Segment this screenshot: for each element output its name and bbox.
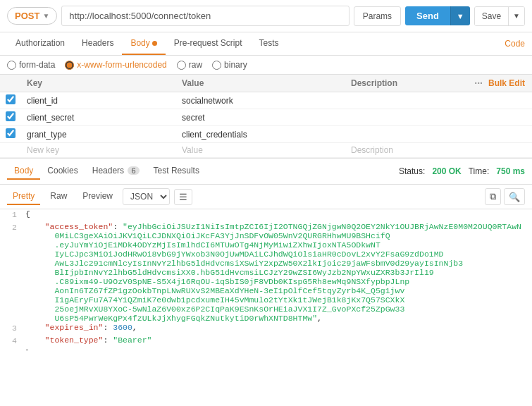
header-key: Key	[21, 78, 176, 88]
method-label: POST	[15, 11, 39, 21]
tab-headers[interactable]: Headers	[73, 32, 122, 55]
table-header: Key Value Description ··· Bulk Edit	[0, 75, 532, 92]
option-raw[interactable]: raw	[177, 60, 202, 70]
save-button[interactable]: Save	[475, 7, 508, 25]
send-dropdown-button[interactable]: ▼	[450, 6, 470, 25]
status-label: Status:	[399, 166, 425, 176]
lines-icon-button[interactable]: ☰	[174, 189, 192, 205]
method-button[interactable]: POST ▼	[7, 7, 57, 25]
search-icon-button[interactable]: 🔍	[504, 188, 525, 205]
response-tabs: Body Cookies Headers 6 Test Results Stat…	[0, 159, 532, 185]
json-line: 2 "access_token": "eyJhbGciOiJSUzI1NiIsI…	[0, 222, 532, 323]
tab-authorization[interactable]: Authorization	[7, 32, 73, 55]
tab-tests[interactable]: Tests	[250, 32, 287, 55]
new-desc-input[interactable]: Description	[345, 145, 532, 155]
line-content: "token_type": "Bearer"	[23, 336, 532, 345]
btab-test-results[interactable]: Test Results	[147, 163, 206, 180]
method-arrow-icon: ▼	[42, 12, 49, 20]
line-content: "access_token": "eyJhbGciOiJSUzI1NiIsImt…	[23, 222, 532, 323]
table-row: grant_type client_credentials	[0, 126, 532, 143]
line-number: 1	[0, 209, 23, 219]
request-tabs: Authorization Headers Body Pre-request S…	[0, 32, 532, 56]
tab-body[interactable]: Body	[122, 32, 165, 55]
send-group: Send ▼	[405, 6, 470, 25]
line-number: 4	[0, 336, 23, 345]
code-link[interactable]: Code	[505, 39, 525, 49]
page-wrapper: POST ▼ Params Send ▼ Save ▼ Authorizatio…	[0, 0, 532, 350]
row3-check[interactable]	[0, 128, 21, 140]
table-row: client_secret secret	[0, 109, 532, 126]
status-value: 200 OK	[432, 166, 461, 176]
line-content: "expires_in": 3600,	[23, 323, 532, 332]
rtab-preview[interactable]: Preview	[77, 188, 118, 205]
json-line: 1 {	[0, 209, 532, 222]
line-number: 2	[0, 222, 23, 232]
row1-value[interactable]: socialnetwork	[176, 96, 345, 106]
btab-cookies[interactable]: Cookies	[40, 163, 85, 180]
save-group: Save ▼	[474, 6, 525, 26]
btab-headers[interactable]: Headers 6	[85, 163, 147, 180]
new-param-row: New key Value Description	[0, 143, 532, 158]
new-value-input[interactable]: Value	[176, 145, 345, 155]
params-table: Key Value Description ··· Bulk Edit clie…	[0, 75, 532, 159]
table-row: client_id socialnetwork	[0, 92, 532, 109]
send-button[interactable]: Send	[405, 6, 450, 25]
line-content: }	[23, 348, 532, 350]
line-number: 3	[0, 323, 23, 333]
time-value: 750 ms	[496, 166, 525, 176]
json-line: 5 }	[0, 348, 532, 350]
url-input[interactable]	[61, 6, 349, 26]
row3-value[interactable]: client_credentials	[176, 130, 345, 140]
params-button[interactable]: Params	[354, 6, 401, 26]
rtab-pretty[interactable]: Pretty	[7, 188, 40, 205]
json-line: 3 "expires_in": 3600,	[0, 323, 532, 336]
json-line: 4 "token_type": "Bearer"	[0, 336, 532, 348]
rtab-raw[interactable]: Raw	[44, 188, 73, 205]
option-binary[interactable]: binary	[212, 60, 247, 70]
line-content: {	[23, 209, 532, 219]
response-toolbar: Pretty Raw Preview JSON XML HTML Text ☰ …	[0, 185, 532, 209]
new-key-input[interactable]: New key	[21, 145, 176, 155]
more-options-icon[interactable]: ···	[474, 78, 483, 89]
headers-count-badge: 6	[128, 166, 139, 175]
row2-check[interactable]	[0, 111, 21, 123]
tab-prerequest[interactable]: Pre-request Script	[166, 32, 251, 55]
response-action-icons: ⧉ 🔍	[485, 188, 525, 205]
format-select[interactable]: JSON XML HTML Text	[123, 188, 170, 205]
header-desc: Description	[345, 78, 474, 88]
time-label: Time:	[469, 166, 490, 176]
header-value: Value	[176, 78, 345, 88]
row3-key[interactable]: grant_type	[21, 130, 176, 140]
header-actions: ··· Bulk Edit	[474, 78, 532, 89]
btab-body[interactable]: Body	[7, 163, 40, 180]
json-response-area: 1 { 2 "access_token": "eyJhbGciOiJSUzI1N…	[0, 209, 532, 350]
row2-value[interactable]: secret	[176, 113, 345, 123]
line-number: 5	[0, 348, 23, 350]
option-formdata[interactable]: form-data	[7, 60, 55, 70]
bulk-edit-button[interactable]: Bulk Edit	[488, 78, 525, 88]
option-urlencoded[interactable]: x-www-form-urlencoded	[65, 60, 166, 70]
row1-key[interactable]: client_id	[21, 96, 176, 106]
body-dot-indicator	[152, 41, 157, 46]
response-status: Status: 200 OK Time: 750 ms	[399, 166, 525, 176]
row1-check[interactable]	[0, 94, 21, 106]
copy-icon-button[interactable]: ⧉	[485, 188, 501, 205]
top-bar: POST ▼ Params Send ▼ Save ▼	[0, 0, 532, 32]
row2-key[interactable]: client_secret	[21, 113, 176, 123]
save-dropdown-button[interactable]: ▼	[508, 7, 524, 25]
body-options: form-data x-www-form-urlencoded raw bina…	[0, 56, 532, 75]
